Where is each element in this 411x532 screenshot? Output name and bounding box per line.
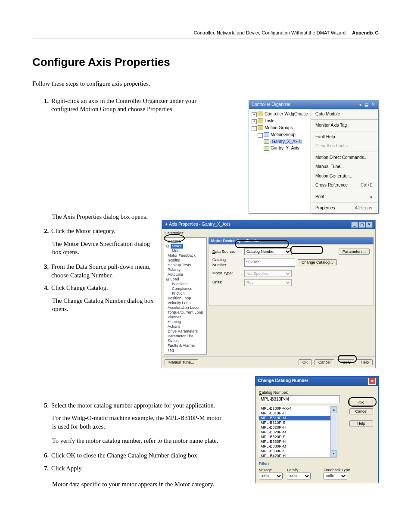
tree-item[interactable]: Torque/Current Loop — [164, 310, 206, 315]
tree-item[interactable]: Acceleration Loop — [164, 305, 206, 310]
tree-item[interactable]: Backlash — [164, 282, 206, 286]
scroll-up-icon[interactable]: ▴ — [331, 406, 337, 413]
tree-item[interactable]: Scaling — [164, 258, 206, 263]
data-source-label: Data Source: — [212, 249, 242, 254]
list-item[interactable]: MPL-B320P-H — [259, 425, 337, 430]
maximize-icon: ▢ — [358, 222, 365, 228]
tree-item[interactable]: MotionGroup — [271, 132, 296, 137]
voltage-label: Voltage — [259, 467, 283, 473]
cancel-button[interactable]: Cancel — [349, 408, 373, 414]
tree-item[interactable]: Actions — [164, 324, 206, 329]
units-label: Units: — [212, 280, 242, 285]
list-item[interactable]: MPL-B310P-H — [259, 411, 337, 416]
tree-item[interactable]: Friction — [164, 291, 206, 296]
tree-item[interactable]: Controller WidgOmatic — [265, 112, 308, 116]
apply-button[interactable]: Apply — [337, 359, 355, 365]
tree-item-selected[interactable]: Gantry_X_Axis — [271, 139, 302, 144]
scrollbar[interactable]: ▴ ▾ — [330, 406, 337, 457]
menu-item-goto[interactable]: Goto Module — [311, 109, 378, 119]
list-item[interactable]: MPL-B320P-S — [259, 435, 337, 439]
tree-item[interactable]: Hookup Tests — [164, 263, 206, 268]
help-button[interactable]: Help — [349, 420, 373, 426]
catalog-number-input[interactable] — [259, 395, 340, 403]
step-text: Click Change Catalog. — [51, 284, 155, 292]
list-item[interactable]: MPL-B330P-S — [259, 449, 337, 454]
tree-item[interactable]: General — [164, 239, 206, 244]
tree-item[interactable]: Model — [164, 249, 206, 253]
tree-item[interactable]: Load — [171, 277, 179, 281]
step-num: 3. — [40, 263, 51, 271]
menu-item-print[interactable]: Print▸ — [311, 192, 378, 202]
tree-item[interactable]: Motion Groups — [265, 125, 293, 130]
tree-item[interactable]: Homing — [164, 320, 206, 324]
step-num: 6. — [40, 451, 51, 460]
expand-icon[interactable]: + — [252, 112, 257, 117]
window-buttons[interactable]: ▾ ⬓ ✕ — [359, 102, 376, 108]
ok-button[interactable]: OK — [349, 400, 373, 406]
step-text: Click the Motor category. — [51, 227, 155, 236]
tree-item[interactable]: Parameter List — [164, 334, 206, 339]
tree-item[interactable]: Autotune — [164, 272, 206, 277]
collapse-icon[interactable]: − — [258, 133, 263, 138]
step-num: 4. — [40, 284, 51, 292]
window-buttons[interactable]: _▢✕ — [351, 221, 373, 228]
step-sub: To verify the motor catalog number, refe… — [52, 437, 237, 445]
tree-item[interactable]: Drive Parameters — [164, 329, 206, 334]
list-item[interactable]: MPL-B330P-M — [259, 444, 337, 449]
tree-item[interactable]: Status — [164, 339, 206, 343]
tree-view[interactable]: +Controller WidgOmatic +Tasks −Motion Gr… — [249, 109, 311, 213]
list-item[interactable]: MPL-B320P-M — [259, 430, 337, 435]
menu-item-xref[interactable]: Cross ReferenceCtrl+E — [311, 180, 378, 190]
tree-item[interactable]: Planner — [164, 315, 206, 320]
tree-item[interactable]: Position Loop — [164, 296, 206, 301]
menu-item-manual-tune[interactable]: Manual Tune... — [311, 162, 378, 171]
help-button[interactable]: Help — [357, 359, 373, 365]
menu-item-fault[interactable]: Fault Help — [311, 132, 378, 142]
list-item[interactable]: MPL-B420P-H — [259, 454, 337, 457]
page-header: Controller, Network, and Device Configur… — [32, 30, 379, 38]
tree-item[interactable]: Motor Feedback — [164, 253, 206, 258]
cancel-button[interactable]: Cancel — [314, 359, 334, 365]
expand-icon[interactable]: + — [252, 119, 257, 124]
tree-item[interactable]: Gantry_Y_Axis — [271, 146, 299, 150]
list-item[interactable]: MPL-B330P-H — [259, 439, 337, 444]
folder-icon — [258, 125, 263, 130]
menu-item-monitor[interactable]: Monitor Axis Tag — [311, 121, 378, 130]
page-title: Configure Axis Properties — [32, 56, 379, 69]
feedback-type-select[interactable]: <all> — [324, 473, 347, 479]
voltage-select[interactable]: <all> — [259, 473, 283, 479]
catalog-list[interactable]: MPL-B230P-Vxx4 MPL-B310P-H MPL-B310P-M M… — [259, 406, 337, 457]
dialog-icon: ✦ — [165, 222, 168, 227]
menu-item-motion-gen[interactable]: Motion Generator... — [311, 171, 378, 181]
step-num: 5. — [40, 401, 51, 410]
step-num: 7. — [40, 464, 51, 473]
tree-item[interactable]: Tag — [164, 348, 206, 353]
category-tree[interactable]: General ⊟ Motor Model Motor Feedback Sca… — [164, 237, 207, 355]
menu-item-properties[interactable]: PropertiesAlt+Enter — [311, 203, 378, 213]
change-catalog-button[interactable]: Change Catalog... — [298, 259, 337, 265]
tree-item[interactable]: Polarity — [164, 268, 206, 272]
menu-item-mdc[interactable]: Motion Direct Commands... — [311, 153, 378, 162]
tree-item-selected[interactable]: Motor — [171, 244, 183, 249]
close-icon[interactable]: ✕ — [368, 378, 376, 385]
list-item[interactable]: MPL-B310P-S — [259, 420, 337, 425]
tree-item[interactable]: Faults & Alarms — [164, 343, 206, 348]
data-source-select[interactable]: Catalog Number — [244, 248, 292, 255]
step-sub: For the Widg-O-matic machine example, th… — [52, 414, 224, 431]
list-item[interactable]: MPL-B230P-Vxx4 — [259, 406, 337, 411]
list-item-selected[interactable]: MPL-B310P-M — [259, 416, 337, 420]
parameters-button[interactable]: Parameters... — [339, 249, 370, 255]
filters-label: Filters — [259, 461, 375, 466]
change-catalog-dialog: Change Catalog Number ✕ Catalog Number: … — [255, 376, 379, 483]
tree-item[interactable]: Tasks — [265, 118, 276, 123]
ok-button[interactable]: OK — [299, 359, 312, 365]
family-select[interactable]: <all> — [287, 473, 311, 479]
tree-item[interactable]: Velocity Loop — [164, 301, 206, 305]
scroll-down-icon[interactable]: ▾ — [331, 450, 337, 457]
hotkey-label: Ctrl+E — [361, 182, 373, 188]
manual-tune-button[interactable]: Manual Tune... — [165, 359, 198, 365]
tree-item[interactable]: Compliance — [164, 286, 206, 291]
family-label: Family — [287, 467, 311, 473]
intro-text: Follow these steps to configure axis pro… — [32, 80, 379, 88]
collapse-icon[interactable]: − — [252, 126, 257, 131]
